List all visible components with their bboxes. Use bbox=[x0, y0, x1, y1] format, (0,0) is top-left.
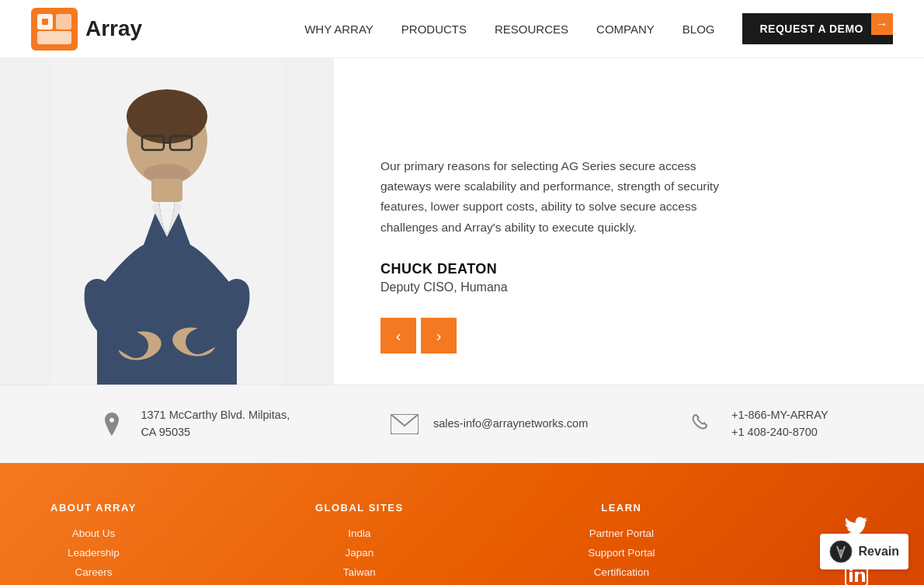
address-contact-item: 1371 McCarthy Blvd. Milpitas, CA 95035 bbox=[96, 407, 290, 441]
svg-point-23 bbox=[839, 549, 843, 554]
svg-rect-3 bbox=[37, 31, 71, 44]
footer-link-japan[interactable]: Japan bbox=[345, 547, 373, 559]
footer-columns: ABOUT ARRAY About Us Leadership Careers … bbox=[50, 502, 874, 586]
nav-link-company[interactable]: COMPANY bbox=[596, 23, 655, 36]
footer-link-about-us[interactable]: About Us bbox=[72, 528, 116, 539]
svg-rect-2 bbox=[56, 14, 71, 30]
revain-text: Revain bbox=[859, 545, 899, 559]
prev-testimonial-button[interactable]: ‹ bbox=[380, 318, 416, 353]
phone-icon bbox=[686, 408, 719, 440]
logo-text: Array bbox=[85, 16, 142, 41]
email-icon bbox=[388, 408, 421, 440]
testimonial-section: Our primary reasons for selecting AG Ser… bbox=[0, 58, 924, 385]
nav-links: WHY ARRAY PRODUCTS RESOURCES COMPANY BLO… bbox=[304, 13, 893, 44]
next-testimonial-button[interactable]: › bbox=[421, 318, 457, 353]
footer: ABOUT ARRAY About Us Leadership Careers … bbox=[0, 463, 924, 586]
logo[interactable]: Array bbox=[31, 8, 142, 50]
logo-icon bbox=[31, 8, 78, 50]
person-placeholder bbox=[0, 58, 334, 385]
footer-link-support-portal[interactable]: Support Portal bbox=[588, 547, 655, 559]
request-demo-button[interactable]: REQUEST A DEMO → bbox=[742, 13, 893, 44]
global-title: GLOBAL SITES bbox=[315, 502, 404, 514]
nav-link-blog[interactable]: BLOG bbox=[683, 23, 715, 36]
contact-bar: 1371 McCarthy Blvd. Milpitas, CA 95035 s… bbox=[0, 385, 924, 463]
navigation: Array WHY ARRAY PRODUCTS RESOURCES COMPA… bbox=[0, 0, 924, 58]
nav-link-why-array[interactable]: WHY ARRAY bbox=[304, 23, 373, 36]
testimonial-quote: Our primary reasons for selecting AG Ser… bbox=[380, 156, 738, 238]
testimonial-author-title: Deputy CISO, Humana bbox=[380, 280, 846, 294]
location-icon bbox=[96, 408, 128, 440]
person-silhouette bbox=[50, 58, 283, 385]
phone-contact-item: +1-866-MY-ARRAY +1 408-240-8700 bbox=[686, 407, 828, 441]
svg-rect-17 bbox=[849, 572, 853, 582]
footer-link-leadership[interactable]: Leadership bbox=[68, 547, 120, 559]
nav-link-products[interactable]: PRODUCTS bbox=[401, 23, 467, 36]
footer-col-learn: LEARN Partner Portal Support Portal Cert… bbox=[582, 502, 661, 586]
footer-link-partner-portal[interactable]: Partner Portal bbox=[589, 528, 654, 539]
testimonial-content: Our primary reasons for selecting AG Ser… bbox=[334, 125, 846, 385]
learn-title: LEARN bbox=[601, 502, 641, 514]
footer-link-taiwan[interactable]: Taiwan bbox=[343, 566, 376, 578]
email-text: sales-info@arraynetworks.com bbox=[433, 416, 588, 433]
svg-point-7 bbox=[127, 89, 207, 144]
person-image bbox=[0, 58, 334, 385]
phone-text: +1-866-MY-ARRAY +1 408-240-8700 bbox=[731, 407, 828, 441]
cta-arrow-icon: → bbox=[871, 13, 893, 35]
footer-col-global: GLOBAL SITES India Japan Taiwan bbox=[315, 502, 404, 586]
testimonial-nav-buttons: ‹ › bbox=[380, 318, 846, 353]
nav-link-resources[interactable]: RESOURCES bbox=[495, 23, 568, 36]
revain-logo-icon bbox=[829, 540, 853, 563]
svg-rect-12 bbox=[151, 179, 182, 202]
footer-col-about: ABOUT ARRAY About Us Leadership Careers … bbox=[50, 502, 137, 586]
testimonial-author-name: CHUCK DEATON bbox=[380, 261, 846, 277]
svg-rect-4 bbox=[42, 19, 48, 25]
footer-link-careers[interactable]: Careers bbox=[75, 566, 112, 578]
address-text: 1371 McCarthy Blvd. Milpitas, CA 95035 bbox=[141, 407, 290, 441]
footer-link-india[interactable]: India bbox=[348, 528, 370, 539]
about-title: ABOUT ARRAY bbox=[50, 502, 137, 514]
revain-badge[interactable]: Revain bbox=[820, 534, 908, 569]
email-contact-item: sales-info@arraynetworks.com bbox=[388, 408, 588, 440]
footer-link-certification[interactable]: Certification bbox=[594, 566, 649, 578]
